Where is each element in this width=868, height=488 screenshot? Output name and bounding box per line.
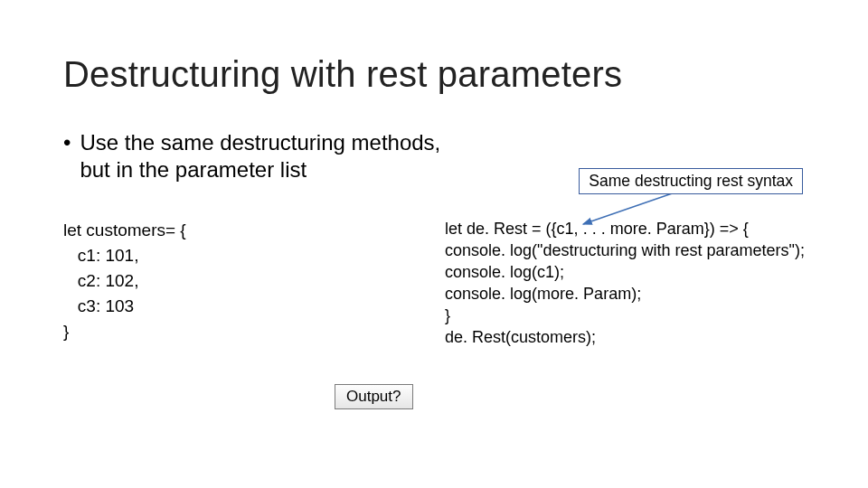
slide: Destructuring with rest parameters • Use… xyxy=(0,0,868,488)
page-title: Destructuring with rest parameters xyxy=(63,54,805,95)
callout-box: Same destructing rest syntax xyxy=(579,168,803,194)
bullet-marker: • xyxy=(63,129,71,156)
arrow-icon xyxy=(574,188,692,242)
output-label-box: Output? xyxy=(335,384,413,409)
code-block-left: let customers= { c1: 101, c2: 102, c3: 1… xyxy=(63,218,436,348)
svg-line-0 xyxy=(583,190,683,224)
bullet-text: Use the same destructuring methods, but … xyxy=(80,129,441,183)
code-row: let customers= { c1: 101, c2: 102, c3: 1… xyxy=(63,218,805,348)
